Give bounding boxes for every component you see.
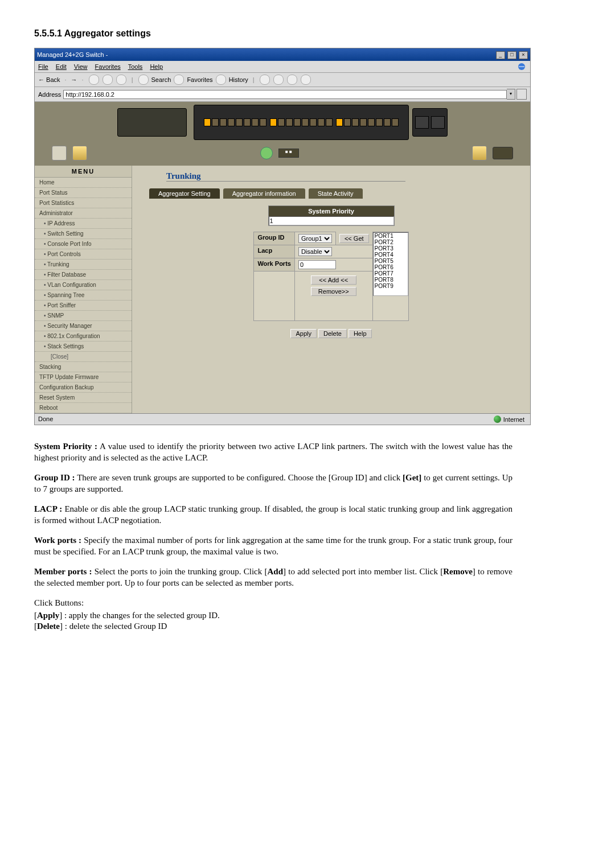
edit-icon[interactable] (287, 75, 297, 85)
help-button[interactable]: Help (348, 329, 372, 338)
menu-spanning-tree[interactable]: Spanning Tree (35, 290, 132, 301)
remove-button[interactable]: Remove>> (311, 287, 356, 296)
menu-tools[interactable]: Tools (128, 63, 143, 70)
internet-zone-icon (494, 416, 501, 423)
menu-filter-database[interactable]: Filter Database (35, 270, 132, 280)
system-priority-box: System Priority (268, 205, 395, 226)
menu-favorites[interactable]: Favorites (95, 63, 121, 70)
favorites-icon[interactable] (174, 75, 184, 85)
indicator-row: ■ ■ (35, 143, 530, 166)
minimize-button[interactable]: _ (496, 51, 505, 59)
go-button[interactable] (516, 89, 527, 100)
apply-button[interactable]: Apply (290, 329, 317, 338)
menu-head: MENU (35, 166, 132, 178)
para-group-id: Group ID : There are seven trunk groups … (34, 472, 512, 495)
history-icon[interactable] (216, 75, 226, 85)
menu-trunking[interactable]: Trunking (35, 260, 132, 270)
device-banner (35, 102, 530, 143)
page-title: Trunking (166, 171, 405, 182)
menu-close[interactable]: [Close] (35, 352, 132, 362)
menu-port-statistics[interactable]: Port Statistics (35, 198, 132, 208)
menu-8021x[interactable]: 802.1x Configuration (35, 331, 132, 342)
maximize-button[interactable]: □ (507, 51, 516, 59)
menu-port-sniffer[interactable]: Port Sniffer (35, 301, 132, 311)
menu-console-port[interactable]: Console Port Info (35, 239, 132, 249)
get-button[interactable]: << Get (339, 234, 369, 243)
status-bar: Done Internet (35, 413, 530, 425)
section-heading: 5.5.5.1 Aggregator settings (34, 28, 512, 39)
menu-config-backup[interactable]: Configuration Backup (35, 382, 132, 393)
label-group-id: Group ID (254, 232, 294, 245)
menu-port-controls[interactable]: Port Controls (35, 249, 132, 260)
menu-switch-setting[interactable]: Switch Setting (35, 229, 132, 239)
back-button[interactable]: ← Back (38, 76, 60, 83)
discuss-icon[interactable] (301, 75, 311, 85)
home-icon[interactable] (116, 75, 126, 85)
para-work-ports: Work ports : Specify the maximal number … (34, 535, 512, 557)
menu-help[interactable]: Help (150, 63, 163, 70)
label-work-ports: Work Ports (254, 258, 294, 271)
work-ports-input[interactable] (298, 260, 336, 269)
menu-reboot[interactable]: Reboot (35, 403, 132, 413)
browser-window: Managed 24+2G Switch - _ □ × File Edit V… (34, 48, 531, 425)
bottom-buttons: Apply Delete Help (132, 321, 530, 349)
close-button[interactable]: × (519, 51, 528, 59)
menu-stack-settings[interactable]: Stack Settings (35, 342, 132, 352)
browser-toolbar: ← Back · → · | Search Favorites History … (35, 73, 530, 87)
menu-edit[interactable]: Edit (56, 63, 67, 70)
system-priority-input[interactable] (269, 216, 394, 225)
menu-port-status[interactable]: Port Status (35, 188, 132, 198)
menu-tftp-update[interactable]: TFTP Update Firmware (35, 372, 132, 382)
menu-view[interactable]: View (74, 63, 88, 70)
address-input[interactable] (63, 90, 507, 99)
delete-button[interactable]: Delete (318, 329, 347, 338)
mail-icon[interactable] (260, 75, 270, 85)
menu-snmp[interactable]: SNMP (35, 311, 132, 321)
uplink-slots (412, 108, 448, 137)
forward-button[interactable]: → (71, 76, 77, 83)
address-bar: Address ▾ (35, 87, 530, 102)
status-zone: Internet (503, 416, 524, 423)
para-lacp: LACP : Enable or dis able the group LACP… (34, 504, 512, 526)
tab-row: Aggregator Setting Aggregator informatio… (149, 188, 530, 199)
refresh-icon[interactable] (102, 75, 113, 85)
print-icon[interactable] (273, 75, 284, 85)
window-controls: _ □ × (495, 51, 528, 59)
browser-menubar: File Edit View Favorites Tools Help (35, 61, 530, 73)
main-panel: Trunking Aggregator Setting Aggregator i… (132, 166, 530, 413)
history-label[interactable]: History (229, 76, 248, 83)
favorites-label[interactable]: Favorites (187, 76, 212, 83)
switch-front-panel (194, 105, 409, 140)
apply-line: [Apply] : apply the changes for the sele… (34, 610, 512, 622)
tab-aggregator-information[interactable]: Aggregator information (223, 188, 305, 199)
address-dropdown[interactable]: ▾ (507, 89, 515, 100)
search-icon[interactable] (138, 75, 149, 85)
add-button[interactable]: << Add << (311, 275, 356, 285)
para-member-ports: Member ports : Select the ports to join … (34, 566, 512, 589)
tab-state-activity[interactable]: State Activity (309, 188, 363, 199)
click-buttons-label: Click Buttons: (34, 598, 512, 609)
menu-vlan-config[interactable]: VLan Configuration (35, 280, 132, 290)
lacp-select[interactable]: Disable (298, 247, 332, 256)
search-label[interactable]: Search (151, 76, 171, 83)
status-done: Done (38, 416, 53, 423)
ie-logo-icon (516, 62, 527, 71)
address-label: Address (38, 91, 61, 98)
sidebar-menu: MENU Home Port Status Port Statistics Ad… (35, 166, 132, 413)
menu-administrator[interactable]: Administrator (35, 208, 132, 219)
menu-security-manager[interactable]: Security Manager (35, 321, 132, 331)
stop-icon[interactable] (89, 75, 99, 85)
menu-ip-address[interactable]: IP Address (35, 219, 132, 229)
menu-home[interactable]: Home (35, 178, 132, 188)
menu-stacking[interactable]: Stacking (35, 362, 132, 372)
group-id-select[interactable]: Group1 (298, 234, 332, 243)
system-priority-label: System Priority (269, 206, 394, 216)
delete-line: [Delete] : delete the selected Group ID (34, 621, 512, 632)
available-ports-list[interactable]: PORT1 PORT2 PORT3 PORT4 PORT5 PORT6 PORT… (373, 232, 408, 296)
label-lacp: Lacp (254, 245, 294, 258)
config-table: Group ID Group1 << Get PORT1 PORT2 POR (253, 232, 408, 321)
tab-aggregator-setting[interactable]: Aggregator Setting (149, 188, 220, 199)
para-system-priority: System Priority : A value used to identi… (34, 441, 512, 463)
menu-reset-system[interactable]: Reset System (35, 393, 132, 403)
menu-file[interactable]: File (38, 63, 48, 70)
